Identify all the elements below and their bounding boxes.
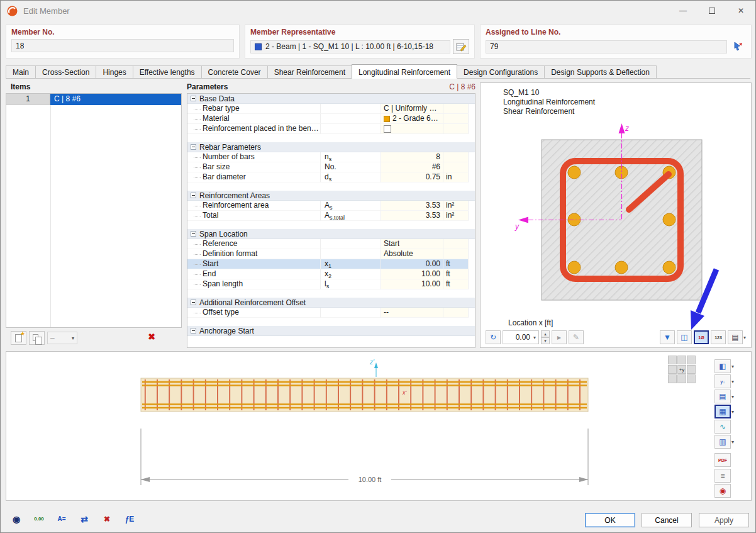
parameter-row[interactable]: Bar size No. #6 bbox=[187, 162, 475, 172]
dropdown-caret[interactable]: ▾ bbox=[731, 379, 734, 384]
parameter-group-header[interactable]: Base Data bbox=[187, 94, 475, 104]
results-curve-button[interactable]: ∿ bbox=[714, 420, 731, 434]
collapse-icon[interactable] bbox=[191, 96, 196, 101]
rendering-button[interactable]: ▦ bbox=[714, 405, 731, 418]
tab-cross-section[interactable]: Cross-Section bbox=[35, 65, 96, 78]
view-cube-label[interactable]: +y bbox=[677, 365, 686, 374]
parameter-value[interactable]: 10.00 bbox=[381, 279, 443, 289]
collapse-icon[interactable] bbox=[191, 300, 196, 305]
location-combo[interactable]: 0.00 ▾ bbox=[503, 330, 539, 344]
formula-button[interactable]: ƒE bbox=[120, 510, 139, 528]
parameter-value[interactable]: Start bbox=[381, 239, 443, 249]
tab-longitudinal-reinforcement[interactable]: Longitudinal Reinforcement bbox=[352, 64, 457, 79]
parameter-value[interactable]: 10.00 bbox=[381, 269, 443, 279]
tab-hinges[interactable]: Hinges bbox=[96, 65, 133, 78]
tab-concrete-cover[interactable]: Concrete Cover bbox=[201, 65, 268, 78]
units-button[interactable]: A= bbox=[52, 510, 71, 528]
tab-main[interactable]: Main bbox=[6, 65, 36, 78]
parameter-value[interactable]: 0.75 bbox=[381, 172, 443, 182]
item-options-combo[interactable]: – ▾ bbox=[47, 332, 77, 344]
tab-effective-lengths[interactable]: Effective lengths bbox=[133, 65, 202, 78]
parameter-row[interactable]: Definition format Absolute bbox=[187, 249, 475, 259]
view-cube[interactable]: +y bbox=[668, 356, 696, 383]
parameter-value[interactable]: #6 bbox=[381, 162, 443, 172]
parameter-group-header[interactable]: Span Location bbox=[187, 229, 475, 239]
parameter-group-header[interactable]: Rebar Parameters bbox=[187, 142, 475, 152]
display-options-button[interactable]: ▤ bbox=[714, 390, 731, 403]
dropdown-caret[interactable]: ▾ bbox=[731, 394, 734, 400]
dropdown-caret[interactable]: ▾ bbox=[731, 409, 734, 415]
parameter-group-header[interactable]: Anchorage Start bbox=[187, 326, 475, 336]
annotations-button[interactable]: ≡ bbox=[714, 469, 731, 483]
dropdown-caret[interactable]: ▾ bbox=[731, 439, 734, 445]
checkbox[interactable] bbox=[384, 125, 391, 133]
minimize-button[interactable]: — bbox=[669, 1, 698, 21]
zoom-selection-button[interactable]: ◉ bbox=[714, 484, 731, 498]
member-no-input[interactable]: 18 bbox=[11, 39, 234, 52]
parameter-row[interactable]: Reinforcement area As 3.53 in² bbox=[187, 201, 475, 211]
parameter-row[interactable]: Number of bars ns 8 bbox=[187, 152, 475, 162]
tab-design-supports-deflection[interactable]: Design Supports & Deflection bbox=[544, 65, 657, 78]
delete-item-button[interactable]: ✖ bbox=[148, 332, 155, 342]
ok-button[interactable]: OK bbox=[585, 513, 635, 527]
parameter-row[interactable]: End x2 10.00 ft bbox=[187, 269, 475, 279]
reinforcement-info-button[interactable]: 1Ø bbox=[694, 330, 709, 344]
tab-design-configurations[interactable]: Design Configurations bbox=[457, 65, 545, 78]
view-3d-button[interactable]: ◧ bbox=[714, 359, 731, 373]
sync-location-button[interactable]: ↻ bbox=[486, 330, 501, 344]
dropdown-caret[interactable]: ▾ bbox=[731, 364, 734, 369]
parameter-value[interactable]: 8 bbox=[381, 152, 443, 162]
assigned-line-input[interactable]: 79 bbox=[486, 40, 727, 53]
pick-line-button[interactable] bbox=[730, 39, 746, 54]
maximize-button[interactable] bbox=[698, 1, 726, 21]
location-spinner[interactable]: ▴ ▾ bbox=[541, 330, 550, 344]
parameter-row[interactable]: Reinforcement placed in the bent c... bbox=[187, 124, 475, 134]
copy-item-button[interactable] bbox=[29, 331, 45, 345]
parameter-value[interactable]: 0.00 bbox=[381, 259, 443, 269]
exchange-button[interactable]: ⇄ bbox=[75, 510, 94, 528]
collapse-icon[interactable] bbox=[191, 144, 196, 150]
edit-representative-button[interactable] bbox=[453, 39, 469, 54]
parameter-row[interactable]: Span length ls 10.00 ft bbox=[187, 279, 475, 289]
parameter-value[interactable]: 3.53 bbox=[381, 211, 443, 221]
filter-button[interactable]: ▼ bbox=[660, 330, 675, 344]
location-step-button[interactable]: ▸ bbox=[552, 330, 567, 344]
collapse-icon[interactable] bbox=[191, 231, 196, 237]
parameter-value[interactable]: 3.53 bbox=[381, 201, 443, 211]
parameter-row[interactable]: Reference Start bbox=[187, 239, 475, 249]
decimal-places-button[interactable]: 0.00 bbox=[30, 510, 48, 528]
add-item-button[interactable] bbox=[11, 331, 26, 345]
dropdown-caret[interactable]: ▾ bbox=[743, 335, 746, 340]
numbering-button[interactable]: 123 bbox=[711, 330, 726, 344]
parameter-row[interactable]: Offset type -- bbox=[187, 308, 475, 318]
collapse-icon[interactable] bbox=[191, 193, 196, 198]
spin-up-icon[interactable]: ▴ bbox=[541, 330, 550, 337]
view-settings-button[interactable]: ◉ bbox=[7, 510, 26, 528]
export-pdf-button[interactable]: PDF bbox=[714, 453, 731, 467]
parameter-value[interactable]: C | Uniformly surroun... bbox=[381, 104, 443, 114]
print-button[interactable]: ▤ bbox=[728, 330, 743, 344]
parameter-value[interactable]: 2 - Grade 60 | Isotr... bbox=[381, 114, 443, 124]
parameter-row[interactable]: Total As,total 3.53 in² bbox=[187, 211, 475, 221]
close-button[interactable]: ✕ bbox=[726, 1, 755, 21]
view-direction-y-button[interactable]: y↓ bbox=[714, 374, 731, 388]
parameter-row[interactable]: Start x1 0.00 ft bbox=[187, 259, 475, 269]
parameter-value[interactable]: Absolute bbox=[381, 249, 443, 259]
panels-button[interactable]: ◫ bbox=[677, 330, 692, 344]
clipping-planes-button[interactable]: ▥ bbox=[714, 435, 731, 449]
parameter-row[interactable]: Rebar type C | Uniformly surroun... bbox=[187, 104, 475, 114]
parameter-value[interactable]: -- bbox=[381, 308, 443, 318]
collapse-icon[interactable] bbox=[191, 328, 196, 334]
list-item[interactable]: 1 C | 8 #6 bbox=[6, 94, 181, 105]
parameter-row[interactable]: Material 2 - Grade 60 | Isotr... bbox=[187, 114, 475, 124]
member-representative-input[interactable]: 2 - Beam | 1 - SQ_M1 10 | L : 10.00 ft |… bbox=[250, 40, 450, 53]
parameter-group-header[interactable]: Additional Reinforcement Offset bbox=[187, 298, 475, 308]
spin-down-icon[interactable]: ▾ bbox=[541, 337, 550, 344]
tab-shear-reinforcement[interactable]: Shear Reinforcement bbox=[267, 65, 352, 78]
edit-location-button[interactable]: ✎ bbox=[569, 330, 584, 344]
parameter-group-header[interactable]: Reinforcement Areas bbox=[187, 191, 475, 201]
parameter-row[interactable]: Bar diameter ds 0.75 in bbox=[187, 172, 475, 182]
delete-settings-button[interactable]: ✖ bbox=[97, 510, 116, 528]
apply-button[interactable]: Apply bbox=[699, 513, 749, 527]
cancel-button[interactable]: Cancel bbox=[642, 513, 692, 527]
